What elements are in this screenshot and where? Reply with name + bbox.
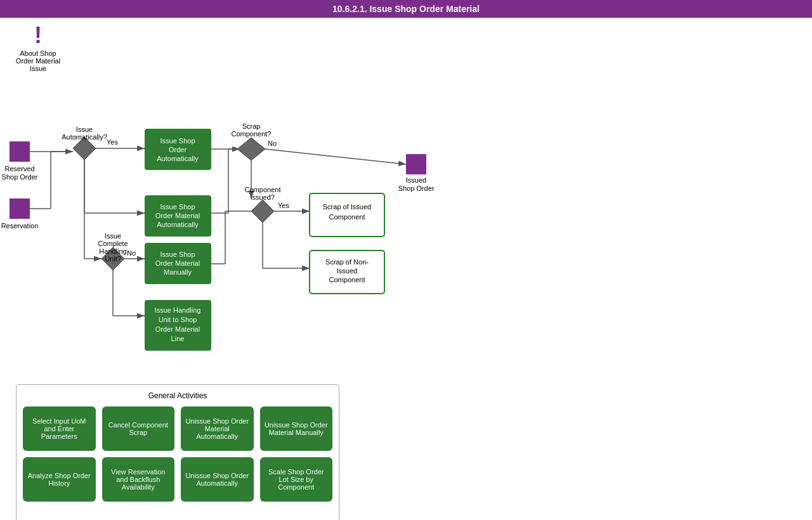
title-label: 10.6.2.1. Issue Shop Order Material (332, 4, 480, 14)
activity-unissue-auto[interactable]: Unissue Shop Order Material Automaticall… (181, 406, 254, 451)
svg-text:Manually: Manually (164, 268, 192, 276)
title-bar: 10.6.2.1. Issue Shop Order Material (0, 0, 812, 18)
svg-rect-18 (145, 129, 211, 170)
svg-text:Order Material: Order Material (155, 212, 200, 219)
svg-text:Issue Handling: Issue Handling (155, 306, 201, 314)
svg-text:No: No (268, 140, 277, 147)
activity-unissue-order-auto[interactable]: Unissue Shop Order Automatically (181, 457, 254, 502)
svg-rect-37 (145, 243, 211, 284)
general-activities-container: General Activities Select Input UoM and … (16, 384, 339, 520)
svg-rect-43 (145, 300, 211, 351)
svg-text:Reserved: Reserved (4, 165, 34, 172)
svg-marker-49 (237, 138, 265, 160)
svg-text:Unit to Shop: Unit to Shop (159, 316, 197, 323)
svg-text:Scrap: Scrap (242, 122, 261, 130)
svg-text:Scrap of Issued: Scrap of Issued (323, 203, 371, 211)
activity-analyze-history[interactable]: Analyze Shop Order History (23, 457, 96, 502)
svg-text:Component: Component (245, 186, 281, 193)
svg-text:Issue Shop: Issue Shop (160, 250, 195, 258)
svg-text:Scrap of Non-: Scrap of Non- (325, 258, 369, 266)
activity-unissue-manual[interactable]: Unissue Shop Order Material Manually (260, 406, 333, 451)
svg-text:Issued: Issued (406, 176, 426, 184)
svg-rect-32 (145, 195, 211, 237)
svg-text:Issue Shop: Issue Shop (160, 203, 195, 211)
svg-text:Automatically?: Automatically? (62, 133, 107, 141)
svg-marker-13 (73, 137, 96, 160)
flow-svg: Issued Shop Order Reserved Shop Order Re… (0, 43, 463, 398)
svg-text:Yes: Yes (107, 138, 118, 146)
svg-rect-3 (406, 154, 426, 174)
svg-text:Reservation: Reservation (1, 222, 39, 230)
svg-text:Order: Order (169, 146, 187, 153)
svg-text:Component: Component (329, 213, 365, 221)
svg-text:Issue: Issue (105, 232, 121, 240)
svg-text:Handling: Handling (99, 247, 126, 255)
activities-grid: Select Input UoM and Enter Parameters Ca… (23, 406, 332, 502)
svg-text:Shop Order: Shop Order (398, 185, 435, 192)
svg-text:Issued: Issued (337, 267, 357, 275)
main-content: ! About ShopOrder MaterialIssue Issued S… (0, 18, 812, 520)
svg-rect-2 (10, 198, 30, 219)
flow-area: Issued Shop Order Reserved Shop Order Re… (0, 43, 463, 398)
svg-text:Issue: Issue (76, 126, 93, 133)
activity-select-input[interactable]: Select Input UoM and Enter Parameters (23, 406, 96, 451)
activity-cancel-component[interactable]: Cancel Component Scrap (102, 406, 175, 451)
svg-text:Component?: Component? (232, 130, 272, 138)
svg-rect-60 (310, 193, 384, 237)
svg-text:Issue Shop: Issue Shop (160, 137, 195, 145)
svg-text:Yes: Yes (278, 202, 289, 209)
svg-text:No: No (127, 249, 136, 257)
svg-text:Order Material: Order Material (155, 259, 200, 267)
svg-text:Automatically: Automatically (157, 221, 199, 228)
activity-view-reservation[interactable]: View Reservation and Backflush Availabil… (102, 457, 175, 502)
general-activities-title: General Activities (23, 391, 332, 400)
svg-text:Shop Order: Shop Order (2, 173, 38, 181)
svg-text:Component: Component (329, 276, 365, 283)
activity-scale-shop[interactable]: Scale Shop Order Lot Size by Component (260, 457, 333, 502)
svg-rect-65 (310, 250, 384, 294)
svg-text:Line: Line (171, 335, 185, 342)
svg-text:issued?: issued? (251, 193, 275, 201)
svg-line-53 (265, 149, 406, 164)
svg-text:Unit?: Unit? (105, 255, 121, 263)
svg-text:Complete: Complete (98, 240, 128, 247)
svg-marker-24 (102, 247, 124, 270)
svg-text:Order Material: Order Material (155, 325, 200, 333)
svg-marker-55 (251, 200, 274, 223)
svg-text:Automatically: Automatically (157, 155, 199, 162)
svg-rect-1 (10, 141, 30, 162)
